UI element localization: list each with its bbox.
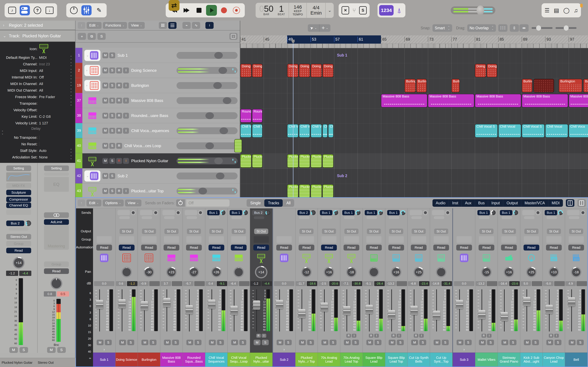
volume-db-value[interactable]: 5.0 xyxy=(520,281,531,286)
solo-button[interactable]: S xyxy=(532,340,539,345)
record-enable-button[interactable]: R xyxy=(346,334,351,338)
channel-name[interactable]: Kick 2 Sub Abst...ught xyxy=(520,353,543,367)
channel-name[interactable]: 70s Analog Lead xyxy=(318,353,340,367)
fader-thumb[interactable] xyxy=(253,300,260,310)
mute-button[interactable]: M xyxy=(102,128,108,134)
mute-button[interactable]: M xyxy=(102,113,108,119)
pan-knob[interactable] xyxy=(51,277,62,289)
mixer-channel-kick-2-sub-abst-ught[interactable]: St OutRead+255.0·03691215182124303540455… xyxy=(520,209,543,367)
wide-channel-view-button[interactable] xyxy=(577,199,586,207)
track-volume-knob[interactable] xyxy=(199,188,207,194)
edit-menu[interactable]: Edit⌄ xyxy=(87,22,102,29)
solo-button[interactable]: S xyxy=(19,347,28,353)
send-slot-empty[interactable] xyxy=(117,210,130,215)
drag-dropdown[interactable]: No Overlap⌃⌄ xyxy=(467,24,496,32)
send-slot[interactable]: Bus 1 xyxy=(477,210,490,215)
mixer-channel-massive-808-bass[interactable]: St OutRead+233.7·03691215182124303540455… xyxy=(160,209,183,367)
setting-button[interactable]: Setting xyxy=(6,166,31,171)
record-enable-button[interactable]: R xyxy=(482,334,486,338)
record-enable-button[interactable]: R xyxy=(549,334,553,338)
output-button[interactable]: St Out xyxy=(569,229,583,234)
stepper-icon[interactable]: ⌃⌄ xyxy=(69,89,73,92)
group-slot[interactable] xyxy=(569,236,584,243)
automation-mode-button[interactable]: Read xyxy=(546,245,562,250)
audio-fx-slot-1[interactable]: Compressor xyxy=(6,197,31,202)
track-number[interactable]: 2 xyxy=(76,63,82,78)
region-lane-sub1[interactable]: Sub 1 xyxy=(240,48,588,63)
volume-db-value[interactable]: -5.7 xyxy=(183,281,194,286)
duplicate-track-button[interactable]: ⧉ xyxy=(88,33,96,40)
track-number[interactable]: 19 xyxy=(76,78,82,93)
automation-mode-button[interactable]: Read xyxy=(321,245,337,250)
record-enable-button[interactable]: R xyxy=(116,98,122,104)
automation-mode-button[interactable]: Read xyxy=(366,245,382,250)
region-burlington[interactable]: Burlington xyxy=(416,79,427,92)
record-enable-button[interactable]: R xyxy=(116,143,122,149)
group-slot[interactable] xyxy=(411,236,426,243)
solo-button[interactable]: S xyxy=(554,340,562,345)
region-plucked-nyl[interactable]: Plucked Nyl xyxy=(240,154,251,168)
pan-knob[interactable]: +16 xyxy=(324,267,334,277)
channel-name[interactable]: Chill Vocal Sequences xyxy=(205,353,228,367)
mute-button[interactable]: M xyxy=(254,340,260,345)
output-button[interactable]: St Out xyxy=(209,229,224,234)
mute-button[interactable]: M xyxy=(102,98,108,104)
filter-aux[interactable]: Aux xyxy=(462,199,475,207)
sends-on-faders-select[interactable]: Off xyxy=(186,199,230,207)
region-rounded[interactable]: Rounded xyxy=(252,109,263,123)
mute-button[interactable]: M xyxy=(344,340,351,345)
pointer-tool-button[interactable]: ➤⌄ xyxy=(308,24,319,32)
input-monitor-button[interactable]: I xyxy=(123,188,129,194)
filter-master-vca[interactable]: Master/VCA xyxy=(521,199,548,207)
send-slot-small[interactable] xyxy=(479,216,490,219)
note-pads-icon[interactable]: ▤ xyxy=(554,7,559,14)
solo-button[interactable]: S xyxy=(109,128,115,134)
automation-mode-button[interactable]: Read xyxy=(388,245,404,250)
volume-db-value[interactable]: -6.4 xyxy=(228,281,238,286)
send-knob[interactable] xyxy=(26,221,31,226)
library-icon[interactable]: ♪ xyxy=(8,6,17,15)
track-row-rounded-uare-bass[interactable]: 38MSRIRounded...uare Bass xyxy=(76,108,240,123)
mixer-channel-70s-analog-lead-top[interactable]: Bus 1St OutRead-18-7.1-30.80369121518212… xyxy=(340,209,363,367)
setting-button[interactable]: Setting xyxy=(44,166,69,171)
output-button[interactable]: St Out xyxy=(142,229,156,234)
view-menu[interactable]: View⌄ xyxy=(128,22,145,29)
volume-fader[interactable] xyxy=(230,288,238,333)
mute-button[interactable]: M xyxy=(501,340,508,345)
region-chill[interactable]: Chill xyxy=(322,124,328,138)
volume-fader[interactable] xyxy=(478,288,486,333)
automation-mode-button[interactable]: Read xyxy=(208,245,224,250)
pan-knob[interactable]: -12 xyxy=(301,267,312,277)
send-slot-empty[interactable] xyxy=(185,210,197,215)
volume-db-value[interactable]: -6.8 xyxy=(408,281,418,286)
region-lane-burlington[interactable]: BurlingtonBurlingtonBurlingtBurlingtonBu… xyxy=(240,78,588,93)
send-slot-empty[interactable] xyxy=(522,210,535,215)
mixer-channel-chill-vocal-sequ-loop[interactable]: Bus 1St OutRead-6.4·03691215182124303540… xyxy=(228,209,250,367)
pan-knob[interactable]: +26 xyxy=(211,267,222,277)
solo-button[interactable]: S xyxy=(239,340,246,345)
automation-mode-button[interactable]: Read xyxy=(344,245,359,250)
mute-button[interactable]: M xyxy=(102,67,108,73)
mute-button[interactable]: M xyxy=(119,340,126,345)
track-volume-knob[interactable] xyxy=(219,127,228,134)
mixer-channel-plucked-nylo-r-top[interactable]: Bus 2St OutRead-12-11.7-18.6036912151821… xyxy=(295,209,318,367)
solo-button[interactable]: S xyxy=(375,340,381,345)
solo-button[interactable]: S xyxy=(262,340,269,345)
toolbar-button[interactable]: ↓ xyxy=(45,6,54,15)
volume-fader[interactable] xyxy=(387,288,396,333)
solo-button[interactable]: S xyxy=(109,188,115,194)
input-monitor-button[interactable]: I xyxy=(123,98,129,104)
channel-name[interactable]: Cut Up Synth Bells xyxy=(407,353,430,367)
volume-fader[interactable] xyxy=(523,288,531,333)
channel-name[interactable]: Square Blip Lead xyxy=(363,353,385,367)
solo-button[interactable]: S xyxy=(109,67,115,73)
narrow-channel-view-button[interactable] xyxy=(566,199,574,207)
input-monitor-button[interactable]: I xyxy=(554,334,559,338)
automation-mode-button[interactable]: Read xyxy=(164,245,179,250)
pan-knob[interactable]: -30 xyxy=(144,267,154,277)
input-monitor-button[interactable]: I xyxy=(397,334,401,338)
channel-name[interactable]: Plucked Nylo...r Top xyxy=(295,353,318,367)
region-rounded-sq[interactable]: Rounded Sq xyxy=(240,109,251,123)
record-enable-button[interactable]: R xyxy=(116,113,122,119)
stepper-icon[interactable]: ⌃⌄ xyxy=(69,56,73,59)
